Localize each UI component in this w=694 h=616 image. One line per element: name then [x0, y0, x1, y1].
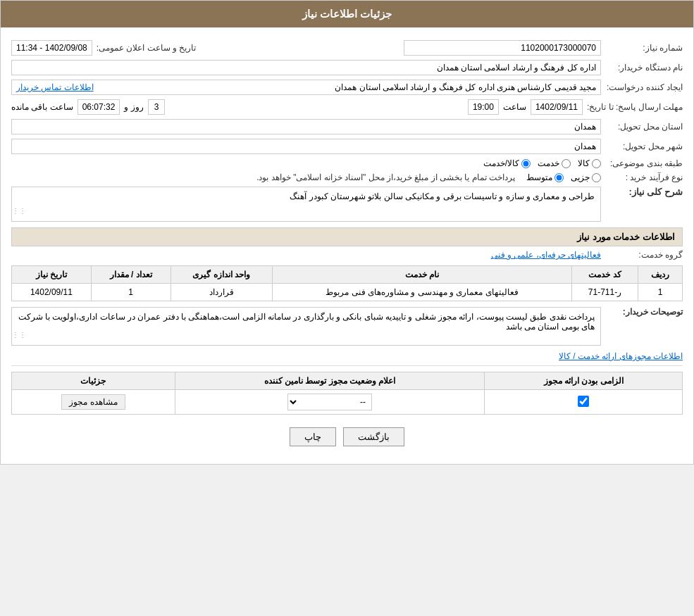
purchase-medium-option[interactable]: متوسط	[526, 172, 564, 182]
deadline-day-label: روز و	[124, 102, 143, 112]
permit-required-checkbox[interactable]	[578, 396, 589, 407]
col-quantity: تعداد / مقدار	[91, 266, 171, 284]
purchase-partial-label: جزیی	[571, 172, 590, 182]
category-goods-label: کالا	[578, 158, 590, 168]
page-header: جزئیات اطلاعات نیاز	[1, 1, 693, 27]
permit-col-details: جزئیات	[12, 372, 175, 390]
purchase-medium-label: متوسط	[526, 172, 552, 182]
button-bar: بازگشت چاپ	[11, 420, 683, 457]
view-permit-button[interactable]: مشاهده مجوز	[61, 394, 125, 410]
services-table: ردیف کد خدمت نام خدمت واحد اندازه گیری ت…	[11, 265, 683, 301]
purchase-partial-option[interactable]: جزیی	[571, 172, 601, 182]
category-service-label: خدمت	[538, 158, 559, 168]
separator-1	[11, 365, 683, 366]
remaining-time: 06:07:32	[78, 99, 120, 115]
deadline-time-label: ساعت	[503, 102, 526, 112]
col-unit: واحد اندازه گیری	[171, 266, 272, 284]
col-name: نام خدمت	[272, 266, 571, 284]
page-title: جزئیات اطلاعات نیاز	[302, 8, 392, 20]
table-row: 1 ر-711-71 فعالیتهای معماری و مهندسی و م…	[12, 284, 683, 301]
delivery-city-value: همدان	[11, 139, 601, 154]
print-button[interactable]: چاپ	[290, 427, 336, 446]
permit-col-required: الزامی بودن ارائه مجوز	[485, 372, 683, 390]
buyer-notes-text: پرداخت نقدی طبق لیست پیوست، ارائه مجوز ش…	[18, 312, 595, 332]
resize-handle-2[interactable]: ⋮⋮	[13, 331, 26, 344]
cell-quantity: 1	[91, 284, 171, 301]
buyer-org-value: اداره کل فرهنگ و ارشاد اسلامی استان همدا…	[11, 60, 601, 75]
category-label: طبقه بندی موضوعی:	[605, 158, 683, 168]
col-row: ردیف	[638, 266, 683, 284]
cell-date: 1402/09/11	[12, 284, 92, 301]
service-group-label: گروه خدمت:	[605, 250, 683, 260]
cell-name: فعالیتهای معماری و مهندسی و مشاوره‌های ف…	[272, 284, 571, 301]
permit-required-cell	[485, 390, 683, 415]
delivery-city-label: شهر محل تحویل:	[605, 142, 683, 151]
cell-unit: قرارداد	[171, 284, 272, 301]
need-summary-label: شرح کلی نیاز:	[605, 187, 683, 197]
remaining-label: ساعت باقی مانده	[11, 102, 73, 112]
category-goods-service-label: کالا/خدمت	[483, 158, 519, 168]
creator-value: مجید قدیمی کارشناس هنری اداره کل فرهنگ و…	[11, 80, 601, 95]
permit-status-cell: --	[175, 390, 485, 415]
col-code: کد خدمت	[571, 266, 638, 284]
resize-handle[interactable]: ⋮⋮	[13, 207, 26, 220]
category-goods-service-option[interactable]: کالا/خدمت	[483, 158, 531, 168]
service-info-header: اطلاعات خدمات مورد نیاز	[11, 227, 683, 246]
deadline-date: 1402/09/11	[531, 99, 583, 115]
purchase-note: پرداخت تمام یا بخشی از مبلغ خرید،از محل …	[256, 172, 515, 182]
creator-label: ایجاد کننده درخواست:	[605, 82, 683, 92]
deadline-days-value: 3	[148, 99, 166, 115]
col-date: تاریخ نیاز	[12, 266, 92, 284]
permit-table: الزامی بودن ارائه مجوز اعلام وضعیت مجوز …	[11, 372, 683, 415]
category-goods-option[interactable]: کالا	[578, 158, 601, 168]
need-number-label: شماره نیاز:	[605, 43, 683, 53]
delivery-province-value: همدان	[11, 119, 601, 134]
delivery-province-label: استان محل تحویل:	[605, 122, 683, 132]
announce-datetime-label: تاریخ و ساعت اعلان عمومی:	[97, 43, 197, 53]
cell-code: ر-711-71	[571, 284, 638, 301]
announce-datetime-value: 1402/09/08 - 11:34	[11, 40, 92, 56]
category-service-option[interactable]: خدمت	[538, 158, 571, 168]
permit-details-cell: مشاهده مجوز	[12, 390, 175, 415]
send-deadline-label: مهلت ارسال پاسخ: تا تاریخ:	[587, 102, 683, 112]
purchase-type-label: نوع فرآیند خرید :	[605, 172, 683, 182]
purchase-type-radio-group: جزیی متوسط	[526, 172, 601, 182]
category-radio-group: کالا خدمت کالا/خدمت	[483, 158, 601, 168]
permit-section-link[interactable]: اطلاعات مجوزهای ارائه خدمت / کالا	[559, 351, 683, 361]
permit-col-status: اعلام وضعیت مجوز توسط نامین کننده	[175, 372, 485, 390]
deadline-time: 19:00	[468, 99, 499, 115]
permit-section-link-container: اطلاعات مجوزهای ارائه خدمت / کالا	[11, 351, 683, 361]
buyer-notes-label: توصیحات خریدار:	[605, 307, 683, 317]
service-group-value[interactable]: فعالیتهای حرفه‌ای، علمی و فنی	[491, 250, 601, 260]
buyer-notes-box: پرداخت نقدی طبق لیست پیوست، ارائه مجوز ش…	[11, 307, 601, 346]
creator-contact-link[interactable]: اطلاعات تماس خریدار	[16, 82, 94, 92]
need-number-value: 1102000173000070	[404, 40, 601, 56]
back-button[interactable]: بازگشت	[343, 427, 404, 446]
cell-row: 1	[638, 284, 683, 301]
need-summary-text: طراحی و معماری و سازه و تاسیسات برقی و م…	[290, 191, 595, 201]
permit-row: -- مشاهده مجوز	[12, 390, 683, 415]
need-summary-box: طراحی و معماری و سازه و تاسیسات برقی و م…	[11, 187, 601, 222]
buyer-org-label: نام دستگاه خریدار:	[605, 63, 683, 73]
permit-status-select[interactable]: --	[287, 394, 372, 410]
